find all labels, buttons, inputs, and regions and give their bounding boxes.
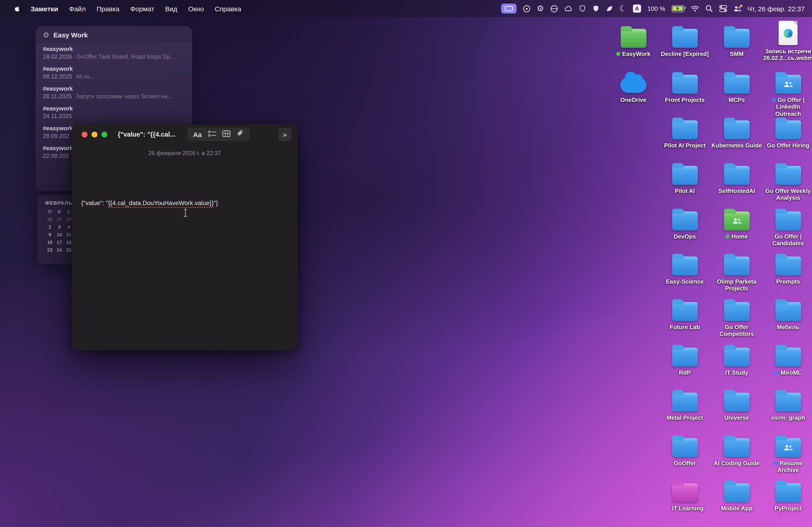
minimize-button[interactable]	[91, 132, 98, 137]
icon-label: IT Learning	[672, 505, 704, 512]
circle-app-icon-2[interactable]	[550, 5, 558, 12]
menubar-clock[interactable]: Чт, 26 февр. 22:37	[747, 5, 805, 12]
wifi-icon[interactable]	[691, 5, 699, 12]
menu-app-name[interactable]: Заметки	[25, 5, 63, 12]
desktop-icon-universe[interactable]: Universe	[711, 390, 762, 421]
icon-label: Go Offer Weekly Analysis	[765, 187, 811, 201]
note-window-titlebar[interactable]: {"value": "{{4.cal... Aa »	[72, 124, 298, 145]
icon-label: MCPs	[728, 96, 745, 103]
leaf-icon[interactable]	[606, 5, 613, 12]
desktop-icon-metal-project[interactable]: Metal Project	[659, 390, 710, 421]
menu-view[interactable]: Вид	[160, 5, 183, 12]
icon-label: MiroML	[781, 369, 801, 376]
desktop-icon-pilot-ai-project[interactable]: Pilot AI Project	[659, 118, 710, 149]
battery-icon[interactable]	[671, 5, 684, 12]
spotlight-search-icon[interactable]	[705, 5, 712, 12]
folder-icon	[775, 166, 801, 185]
shield-outline-icon[interactable]	[579, 5, 586, 12]
desktop-icon-selfhostedai[interactable]: SelfHostedAI	[711, 163, 762, 195]
fast-user-switch-icon[interactable]	[733, 5, 741, 12]
menu-format[interactable]: Формат	[125, 5, 160, 12]
desktop-icon-it-study[interactable]: IT Study	[711, 345, 762, 376]
desktop-icon-meeting-recording-webm[interactable]: Запись встречи 26.02.2...сь.webm	[763, 24, 812, 62]
icon-label: EasyWork	[622, 50, 650, 57]
control-center-icon[interactable]	[719, 4, 727, 13]
folder-icon	[672, 29, 698, 48]
note-list-item[interactable]: #easywork 08.12.2025hh.ru...	[43, 65, 185, 80]
folder-icon	[672, 166, 698, 185]
calendar-day-header: П	[45, 209, 55, 214]
desktop-icon-resume-archive[interactable]: Resume Archive	[763, 436, 812, 473]
desktop-icon-front-projects[interactable]: Front Projects	[659, 72, 710, 104]
desktop-icon-go-offer-hiring[interactable]: Go Offer Hiring	[763, 118, 812, 149]
close-button[interactable]	[82, 132, 88, 137]
desktop-icon-mebel[interactable]: Мебель	[763, 299, 812, 331]
desktop-icon-future-lab[interactable]: Future Lab	[659, 299, 710, 331]
icon-label: SelfHostedAI	[719, 187, 755, 194]
calendar-date: 2	[45, 224, 55, 229]
desktop-icon-prompts[interactable]: Prompts	[763, 254, 812, 285]
folder-icon	[775, 483, 801, 502]
table-button[interactable]	[222, 130, 231, 139]
note-list-item[interactable]: #easywork 28.11.2025Запуск программ чере…	[43, 85, 185, 100]
note-editor-text[interactable]: {"value": "{{4.cal_data.DouYouHaveWork.v…	[81, 200, 218, 207]
desktop-icon-gooffer[interactable]: GoOffer	[659, 436, 710, 467]
desktop-icon-linkedin-outreach[interactable]: Go Offer | LinkedIn Outreach	[763, 72, 812, 117]
desktop-icon-kubernetes-guide[interactable]: Kubernetes Guide	[711, 118, 762, 149]
desktop-icon-pilot-ai[interactable]: Pilot AI	[659, 163, 710, 195]
more-actions-button[interactable]: »	[278, 128, 291, 141]
menu-file[interactable]: Файл	[63, 5, 91, 12]
desktop-icon-onedrive[interactable]: OneDrive	[608, 72, 658, 104]
icon-label: IT Study	[725, 369, 749, 376]
zoom-button[interactable]	[102, 132, 107, 137]
cloud-sync-icon[interactable]	[564, 5, 572, 12]
desktop-icon-go-offer-competitors[interactable]: Go Offer Competitors	[711, 299, 762, 337]
menu-window[interactable]: Окно	[183, 5, 209, 12]
calendar-date: 3	[55, 224, 64, 229]
desktop-icon-home[interactable]: Home	[711, 209, 762, 240]
apple-menu[interactable]	[9, 5, 25, 12]
desktop-icon-easywork[interactable]: EasyWork	[608, 26, 658, 58]
note-list-item[interactable]: #easywork 24.11.2025	[43, 105, 185, 119]
note-date: 28.11.2025	[43, 93, 72, 100]
note-tag: #easywork	[43, 46, 185, 52]
folder-icon	[724, 483, 750, 502]
people-glyph	[732, 218, 742, 224]
desktop-icon-miroml[interactable]: MiroML	[763, 345, 812, 376]
format-button[interactable]: Aa	[193, 131, 202, 138]
note-preview: Запуск программ через Screen на...	[76, 93, 173, 100]
icon-label: Go Offer | Candidates	[772, 233, 804, 247]
desktop-icon-smm[interactable]: SMM	[711, 26, 762, 58]
note-list-item[interactable]: #easywork 18.02.2026GoOffer Task Board, …	[43, 46, 185, 60]
notes-list-header[interactable]: ⚙ Easy Work	[35, 26, 192, 43]
circle-app-icon[interactable]	[523, 5, 531, 12]
dark-mode-moon-icon[interactable]: ☾	[619, 4, 627, 13]
attachment-button[interactable]	[237, 130, 244, 139]
desktop-icon-ai-coding-guide[interactable]: AI Coding Guide	[711, 436, 762, 467]
desktop-icon-pyproject[interactable]: PyProject	[763, 481, 812, 512]
shield-filled-icon[interactable]	[592, 5, 599, 12]
desktop-icon-go-offer-weekly-analysis[interactable]: Go Offer Weekly Analysis	[763, 163, 812, 201]
desktop-icon-olimp-parketa-projects[interactable]: Olimp Parketa Projects	[711, 254, 762, 292]
input-source-icon[interactable]: А	[633, 4, 641, 13]
desktop-icon-easy-science[interactable]: Easy-Science	[659, 254, 710, 285]
checklist-button[interactable]	[208, 130, 216, 139]
desktop-icon-go-offer-candidates[interactable]: Go Offer | Candidates	[763, 209, 812, 247]
gear-icon: ⚙	[43, 31, 49, 39]
calendar-date: 24	[55, 247, 64, 253]
menu-edit[interactable]: Правка	[91, 5, 125, 12]
desktop-icon-devops[interactable]: DevOps	[659, 209, 710, 240]
desktop-icon-mobile-app[interactable]: Mobile App	[711, 481, 762, 512]
desktop-icon-mcps[interactable]: MCPs	[711, 72, 762, 104]
screen-mirroring-icon[interactable]	[501, 4, 517, 14]
desktop-icon-rdp[interactable]: RdP	[659, 345, 710, 376]
icon-label: DevOps	[674, 233, 696, 240]
desktop-icon-decline-expired[interactable]: Decline [Expired]	[659, 26, 710, 58]
menu-help[interactable]: Справка	[209, 5, 247, 12]
desktop-icon-it-learning[interactable]: IT Learning	[659, 481, 710, 512]
folder-icon	[724, 166, 750, 185]
folder-icon	[724, 257, 750, 275]
tag-dot-blue	[775, 371, 779, 375]
desktop-icon-osrm-graph[interactable]: osrm_graph	[763, 390, 812, 421]
settings-gear-icon[interactable]: ⚙	[537, 4, 544, 13]
